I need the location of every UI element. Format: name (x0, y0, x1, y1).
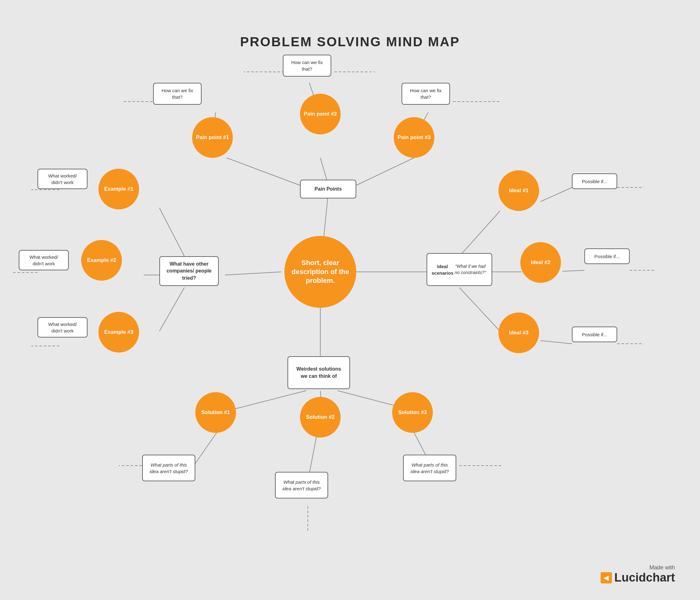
possible-3: Possible if... (572, 327, 617, 342)
svg-line-35 (194, 430, 219, 466)
pain-point-3: Pain point #3 (394, 117, 434, 158)
svg-line-29 (541, 341, 572, 344)
svg-line-24 (459, 288, 500, 331)
svg-line-22 (459, 211, 500, 256)
example-3: Example #3 (98, 312, 139, 352)
made-with-label: Made with (601, 565, 675, 571)
connections-svg (0, 0, 700, 600)
worked-1: What worked/ didn't work (38, 169, 88, 189)
svg-line-32 (233, 391, 306, 409)
example-1: Example #1 (98, 169, 139, 209)
possible-1: Possible if... (572, 173, 617, 189)
ideal-2: Ideal #2 (520, 242, 561, 283)
lucidchart-badge: Made with ◀ Lucidchart (601, 565, 675, 584)
worked-3: What worked/ didn't work (38, 317, 88, 338)
worked-2: What worked/ didn't work (19, 250, 69, 270)
examples-box: What have other companies/ people tried? (159, 256, 219, 286)
page-title: PROBLEM SOLVING MIND MAP (0, 16, 700, 49)
solution-1: Solution #1 (195, 392, 236, 433)
stupid-3: What parts of this idea aren't stupid? (403, 455, 456, 481)
svg-line-14 (159, 288, 184, 331)
ideal-scenarios-box: Ideal scenarios "What if we had no const… (427, 253, 492, 286)
stupid-2: What parts of this idea aren't stupid? (275, 472, 328, 498)
svg-line-11 (225, 272, 281, 275)
lucidchart-icon: ◀ (601, 572, 612, 583)
pain-point-1: Pain point #1 (192, 117, 233, 158)
fix-1: How can we fix that? (153, 83, 202, 105)
ideal-1: Ideal #1 (498, 170, 539, 211)
svg-line-12 (159, 208, 184, 256)
pain-point-2: Pain point #2 (300, 94, 341, 134)
solution-3: Solution #3 (392, 392, 433, 433)
fix-3: How can we fix that? (402, 83, 450, 105)
solution-2: Solution #2 (300, 397, 341, 438)
svg-line-25 (541, 188, 572, 202)
svg-line-3 (356, 158, 414, 185)
brand-label: ◀ Lucidchart (601, 571, 675, 584)
ideal-3: Ideal #3 (498, 312, 539, 353)
mind-map: PROBLEM SOLVING MIND MAP Short, clear de… (0, 0, 700, 600)
svg-line-27 (562, 270, 584, 271)
stupid-1: What parts of this idea aren't stupid? (142, 455, 195, 481)
example-2: Example #2 (81, 240, 122, 281)
pain-points-box: Pain Points (300, 180, 356, 198)
fix-2: How can we fix that? (283, 55, 331, 77)
svg-line-1 (227, 158, 300, 185)
possible-2: Possible if... (584, 248, 630, 264)
weirdest-box: Weirdest solutions we can think of (288, 356, 350, 389)
center-node: Short, clear description of the problem. (284, 236, 356, 308)
